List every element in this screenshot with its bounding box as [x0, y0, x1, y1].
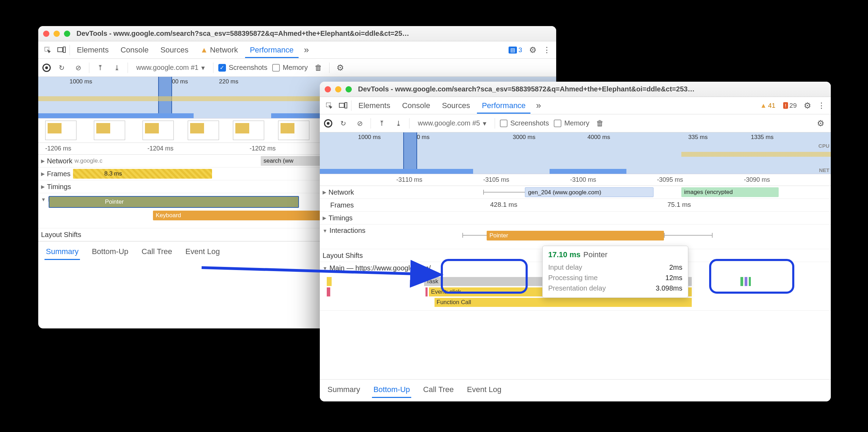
inspect-icon[interactable] [323, 100, 335, 112]
memory-toggle[interactable]: Memory [554, 119, 589, 127]
screenshot-thumb[interactable] [278, 121, 309, 140]
upload-icon[interactable]: ⤒ [94, 62, 106, 74]
caret-icon[interactable]: ▶ [41, 158, 45, 164]
device-icon[interactable] [56, 44, 67, 56]
caret-icon[interactable]: ▶ [323, 215, 326, 221]
more-tabs-icon[interactable] [533, 100, 544, 112]
screenshot-thumb[interactable] [143, 121, 174, 140]
maximize-icon[interactable] [64, 31, 70, 37]
pointer-interaction-bar[interactable]: Pointer [49, 196, 299, 208]
caret-icon[interactable]: ▼ [41, 197, 46, 202]
flame-bar[interactable] [425, 287, 428, 296]
reload-button[interactable]: ↻ [337, 117, 349, 129]
divider [409, 118, 409, 129]
overview-tick: 1000 ms [358, 134, 381, 141]
warnings-count: 41 [768, 102, 776, 109]
frame-bar[interactable]: 8.3 ms [73, 169, 212, 179]
tab-event-log[interactable]: Event Log [465, 383, 503, 398]
capture-settings-icon[interactable] [334, 62, 346, 74]
record-button[interactable] [42, 64, 51, 72]
minimize-icon[interactable] [335, 86, 341, 92]
caret-icon[interactable]: ▼ [323, 266, 327, 271]
kebab-icon[interactable]: ⋮ [541, 44, 553, 56]
settings-icon[interactable] [527, 44, 539, 56]
tab-console[interactable]: Console [116, 42, 154, 58]
recording-dropdown[interactable]: www.google.com #5▾ [414, 118, 490, 129]
flame-bar[interactable] [749, 277, 751, 286]
ruler-tick: -3100 ms [570, 176, 657, 184]
download-icon[interactable]: ⤓ [392, 117, 404, 129]
caret-icon[interactable]: ▶ [323, 189, 326, 195]
upload-icon[interactable]: ⤒ [376, 117, 388, 129]
flame-bar[interactable] [740, 277, 743, 286]
overview-pane[interactable]: 1000 ms 000 ms 3000 ms 4000 ms 335 ms 13… [320, 132, 831, 174]
kebab-icon[interactable]: ⋮ [816, 100, 827, 112]
tab-performance[interactable]: Performance [477, 98, 530, 114]
tab-call-tree[interactable]: Call Tree [140, 245, 173, 260]
tab-performance[interactable]: Performance [245, 42, 299, 58]
clear-button[interactable]: ⊘ [72, 62, 84, 74]
pointer-interaction-bar[interactable]: Pointer [487, 231, 664, 241]
close-icon[interactable] [43, 31, 49, 37]
warnings-badge[interactable]: ▲41 [757, 101, 778, 110]
settings-icon[interactable] [802, 100, 813, 112]
flame-bar[interactable] [327, 287, 330, 296]
screenshot-thumb[interactable] [188, 121, 219, 140]
inspect-icon[interactable] [42, 44, 54, 56]
divider [128, 63, 128, 73]
track-timings[interactable]: ▶Timings [320, 212, 831, 225]
function-bar[interactable]: Function Call [435, 298, 692, 307]
screenshot-thumb[interactable] [45, 121, 76, 140]
track-label: Frames [330, 201, 354, 209]
record-button[interactable] [324, 119, 332, 128]
cpu-label: CPU [818, 143, 829, 149]
clear-button[interactable]: ⊘ [354, 117, 366, 129]
track-frames[interactable]: Frames 428.1 ms 75.1 ms [320, 199, 831, 212]
tab-call-tree[interactable]: Call Tree [422, 383, 455, 398]
close-icon[interactable] [325, 86, 331, 92]
capture-settings-icon[interactable] [815, 117, 827, 129]
chevron-down-icon: ▾ [201, 64, 205, 72]
errors-badge[interactable]: !29 [780, 101, 800, 110]
minimize-icon[interactable] [54, 31, 60, 37]
tooltip-row: Processing time12ms [548, 272, 682, 283]
recording-dropdown[interactable]: www.google.com #1▾ [133, 62, 208, 73]
tab-elements[interactable]: Elements [72, 42, 114, 58]
device-icon[interactable] [337, 100, 349, 112]
flame-bar[interactable] [745, 277, 747, 286]
download-icon[interactable]: ⤓ [111, 62, 123, 74]
screenshot-thumb[interactable] [233, 121, 264, 140]
track-network[interactable]: ▶Network gen_204 (www.google.com) images… [320, 186, 831, 199]
overview-selection-handle[interactable] [403, 132, 417, 174]
trash-icon[interactable] [313, 62, 324, 74]
tab-network[interactable]: ▲Network [195, 42, 243, 58]
svg-rect-4 [339, 103, 344, 107]
network-bar[interactable]: gen_204 (www.google.com) [525, 187, 654, 197]
tab-bottom-up[interactable]: Bottom-Up [90, 245, 130, 260]
flame-bar[interactable] [327, 277, 332, 286]
titlebar[interactable]: DevTools - www.google.com/search?sca_esv… [38, 26, 556, 41]
caret-icon[interactable]: ▶ [41, 184, 45, 189]
reload-button[interactable]: ↻ [56, 62, 67, 74]
tab-summary[interactable]: Summary [326, 383, 362, 398]
messages-badge[interactable]: ▤3 [506, 46, 525, 55]
tab-elements[interactable]: Elements [354, 98, 395, 114]
trash-icon[interactable] [594, 117, 606, 129]
maximize-icon[interactable] [346, 86, 352, 92]
caret-icon[interactable]: ▶ [41, 171, 45, 177]
memory-toggle[interactable]: Memory [272, 64, 308, 72]
timeline-ruler[interactable]: -3110 ms -3105 ms -3100 ms -3095 ms -309… [320, 174, 831, 186]
tab-event-log[interactable]: Event Log [184, 245, 221, 260]
screenshot-thumb[interactable] [94, 121, 125, 140]
tab-console[interactable]: Console [397, 98, 435, 114]
screenshots-toggle[interactable]: Screenshots [218, 64, 267, 72]
titlebar[interactable]: DevTools - www.google.com/search?sca_esv… [320, 82, 831, 97]
tab-sources[interactable]: Sources [437, 98, 475, 114]
tab-bottom-up[interactable]: Bottom-Up [372, 383, 411, 398]
screenshots-toggle[interactable]: Screenshots [500, 119, 549, 127]
network-bar[interactable]: images (encrypted [681, 187, 779, 197]
caret-icon[interactable]: ▼ [323, 228, 327, 234]
more-tabs-icon[interactable] [301, 44, 313, 56]
tab-summary[interactable]: Summary [44, 245, 80, 260]
tab-sources[interactable]: Sources [155, 42, 193, 58]
